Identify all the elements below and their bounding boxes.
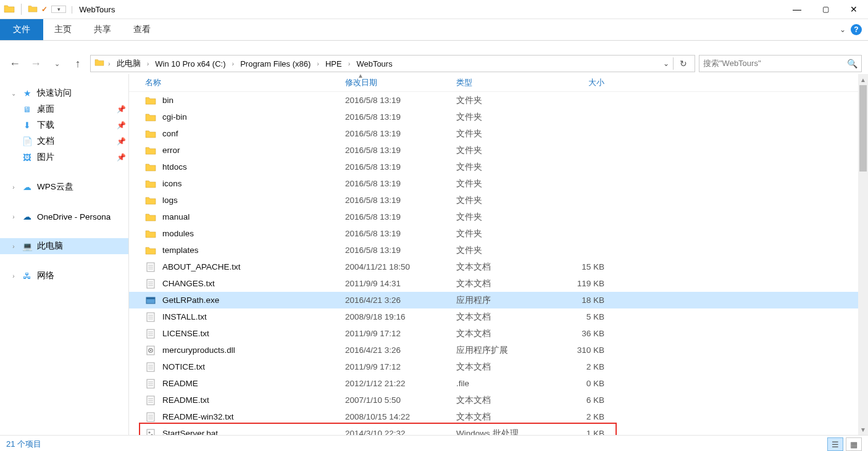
file-row[interactable]: manual2016/5/8 13:19文件夹 — [129, 209, 868, 225]
tree-documents[interactable]: 📄 文档 📌 — [0, 133, 128, 149]
file-type: 文本文档 — [456, 362, 549, 373]
file-name: CHANGES.txt — [162, 279, 215, 288]
file-date: 2007/1/10 5:50 — [345, 395, 456, 405]
file-name: conf — [162, 129, 178, 138]
file-row[interactable]: GetLRPath.exe2016/4/21 3:26应用程序18 KB — [129, 292, 868, 308]
column-name[interactable]: 名称 — [129, 77, 345, 88]
nav-recent-dropdown[interactable]: ⌄ — [48, 55, 65, 72]
file-row[interactable]: ABOUT_APACHE.txt2004/11/21 18:50文本文档15 K… — [129, 259, 868, 275]
tree-label: 桌面 — [37, 104, 54, 115]
tree-downloads[interactable]: ⬇ 下载 📌 — [0, 117, 128, 133]
column-type[interactable]: 类型 — [456, 77, 549, 88]
tree-label: 快速访问 — [37, 88, 72, 99]
tree-onedrive[interactable]: › ☁ OneDrive - Persona — [0, 209, 128, 225]
breadcrumb-item[interactable]: 此电脑 — [114, 56, 143, 72]
tab-file[interactable]: 文件 — [0, 19, 43, 40]
breadcrumb-item[interactable]: Win 10 Pro x64 (C:) — [152, 56, 228, 72]
file-date: 2016/4/21 3:26 — [345, 296, 456, 305]
scroll-thumb[interactable] — [859, 85, 867, 172]
ribbon-expand-icon[interactable]: ⌄ — [840, 25, 846, 34]
minimize-button[interactable]: — — [783, 0, 811, 19]
folder-icon — [145, 212, 156, 223]
file-row[interactable]: README.txt2007/1/10 5:50文本文档6 KB — [129, 392, 868, 408]
file-date: 2016/5/8 13:19 — [345, 196, 456, 205]
view-details-button[interactable]: ☰ — [827, 437, 843, 451]
tab-view[interactable]: 查看 — [122, 19, 162, 40]
tree-this-pc[interactable]: › 💻 此电脑 — [0, 238, 128, 254]
file-date: 2016/4/21 3:26 — [345, 345, 456, 355]
file-row[interactable]: error2016/5/8 13:19文件夹 — [129, 142, 868, 159]
view-icons-button[interactable]: ▦ — [846, 437, 862, 451]
breadcrumb-item[interactable]: HPE — [323, 56, 344, 72]
file-name: htdocs — [162, 162, 187, 172]
tree-label: WPS云盘 — [37, 181, 73, 192]
scrollbar[interactable]: ▲ ▼ — [858, 74, 868, 435]
file-row[interactable]: conf2016/5/8 13:19文件夹 — [129, 125, 868, 142]
close-button[interactable]: ✕ — [840, 0, 868, 19]
nav-back-button[interactable]: ← — [6, 55, 23, 72]
file-name: templates — [162, 246, 199, 255]
file-rows: bin2016/5/8 13:19文件夹cgi-bin2016/5/8 13:1… — [129, 92, 868, 435]
folder-icon — [145, 195, 156, 206]
breadcrumb-item[interactable]: Program Files (x86) — [238, 56, 313, 72]
chevron-right-icon[interactable]: › — [313, 60, 323, 67]
file-row[interactable]: bin2016/5/8 13:19文件夹 — [129, 92, 868, 109]
pictures-icon: 🖼 — [22, 152, 32, 162]
file-type: 文本文档 — [456, 278, 549, 289]
cloud-icon: ☁ — [22, 212, 32, 221]
tree-label: 网络 — [37, 270, 54, 281]
file-date: 2011/9/9 17:12 — [345, 362, 456, 371]
tree-network[interactable]: › 🖧 网络 — [0, 268, 128, 284]
tab-home[interactable]: 主页 — [43, 19, 83, 40]
file-row[interactable]: NOTICE.txt2011/9/9 17:12文本文档2 KB — [129, 358, 868, 375]
help-icon[interactable]: ? — [851, 24, 862, 35]
scroll-down-icon[interactable]: ▼ — [858, 424, 868, 435]
file-name: INSTALL.txt — [162, 312, 207, 321]
chevron-right-icon[interactable]: › — [344, 60, 354, 67]
column-size[interactable]: 大小 — [549, 77, 608, 88]
file-row[interactable]: htdocs2016/5/8 13:19文件夹 — [129, 159, 868, 175]
tab-share[interactable]: 共享 — [83, 19, 122, 40]
address-bar[interactable]: › 此电脑 › Win 10 Pro x64 (C:) › Program Fi… — [90, 55, 695, 72]
tree-quick-access[interactable]: ⌄ ★ 快速访问 — [0, 85, 128, 101]
chevron-right-icon[interactable]: › — [228, 60, 238, 67]
file-row[interactable]: icons2016/5/8 13:19文件夹 — [129, 175, 868, 192]
navbar: ← → ⌄ ↑ › 此电脑 › Win 10 Pro x64 (C:) › Pr… — [0, 53, 868, 74]
nav-forward-button[interactable]: → — [27, 55, 44, 72]
chevron-right-icon[interactable]: › — [143, 60, 153, 67]
checkbox-icon[interactable]: ✓ — [41, 5, 48, 14]
file-row[interactable]: cgi-bin2016/5/8 13:19文件夹 — [129, 109, 868, 125]
file-type: 文本文档 — [456, 395, 549, 406]
chevron-right-icon[interactable]: › — [108, 60, 114, 67]
qat-dropdown[interactable]: ▾ — [51, 6, 66, 13]
file-row[interactable]: logs2016/5/8 13:19文件夹 — [129, 192, 868, 209]
maximize-button[interactable]: ▢ — [811, 0, 840, 19]
breadcrumb-item[interactable]: WebTours — [354, 56, 394, 72]
search-icon[interactable]: 🔍 — [847, 59, 858, 68]
file-date: 2016/5/8 13:19 — [345, 112, 456, 122]
file-row[interactable]: LICENSE.txt2011/9/9 17:12文本文档36 KB — [129, 325, 868, 342]
file-type: 文件夹 — [456, 212, 549, 223]
file-size: 15 KB — [549, 262, 608, 271]
file-name: ABOUT_APACHE.txt — [162, 262, 241, 271]
file-row[interactable]: templates2016/5/8 13:19文件夹 — [129, 242, 868, 259]
file-type: 应用程序扩展 — [456, 345, 549, 356]
txt-icon — [145, 312, 156, 323]
tree-pictures[interactable]: 🖼 图片 📌 — [0, 149, 128, 165]
tree-desktop[interactable]: 🖥 桌面 📌 — [0, 101, 128, 117]
file-row[interactable]: mercuryproducts.dll2016/4/21 3:26应用程序扩展3… — [129, 342, 868, 358]
file-type: .file — [456, 379, 549, 388]
scroll-up-icon[interactable]: ▲ — [858, 74, 868, 85]
refresh-button[interactable]: ↻ — [673, 57, 691, 70]
file-name: manual — [162, 212, 190, 221]
file-row[interactable]: modules2016/5/8 13:19文件夹 — [129, 225, 868, 242]
file-row[interactable]: INSTALL.txt2008/9/18 19:16文本文档5 KB — [129, 308, 868, 325]
file-row[interactable]: README2012/1/12 21:22.file0 KB — [129, 375, 868, 392]
address-dropdown-icon[interactable]: ⌄ — [659, 59, 673, 68]
network-icon: 🖧 — [22, 271, 32, 281]
tree-wps[interactable]: › ☁ WPS云盘 — [0, 179, 128, 195]
search-input[interactable]: 搜索"WebTours" 🔍 — [699, 55, 862, 72]
file-row[interactable]: CHANGES.txt2011/9/9 14:31文本文档119 KB — [129, 275, 868, 292]
nav-up-button[interactable]: ↑ — [69, 55, 86, 72]
folder-icon-small[interactable] — [28, 4, 38, 15]
